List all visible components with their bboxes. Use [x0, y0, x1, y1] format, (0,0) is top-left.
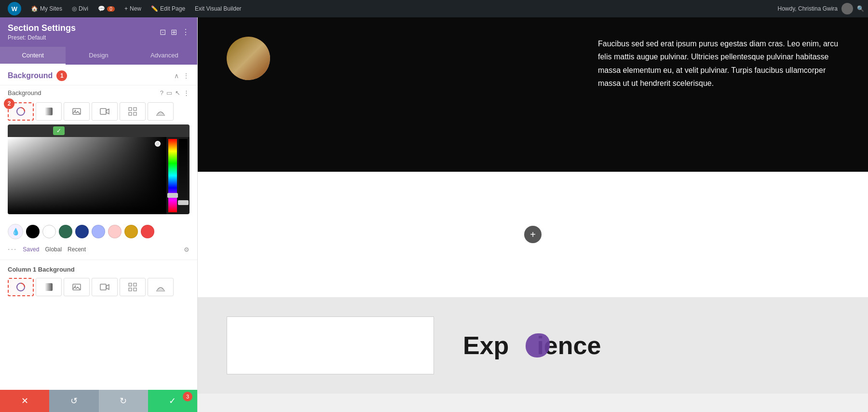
save-button[interactable]: ✓ 3	[148, 390, 197, 412]
redo-icon: ↻	[120, 396, 127, 406]
color-hex-row: ✓	[8, 124, 190, 137]
color-tabs-row: ··· Saved Global Recent ⚙	[0, 243, 197, 258]
edit-page-item[interactable]: ✏️ Edit Page	[147, 0, 189, 17]
divi-item[interactable]: ◎ Divi	[68, 0, 92, 17]
swatch-red[interactable]	[141, 225, 154, 238]
picker-alpha-slider[interactable]	[179, 139, 188, 212]
more-icon[interactable]: ⋮	[183, 89, 190, 96]
gray-section: Exp ience	[198, 297, 868, 394]
new-label: New	[130, 5, 141, 12]
svg-rect-4	[100, 109, 106, 114]
admin-bar: W 🏠 My Sites ◎ Divi 💬 0 + New ✏️ Edit Pa…	[0, 0, 868, 17]
svg-rect-17	[134, 288, 136, 291]
swatch-white[interactable]	[42, 225, 56, 238]
cursor-icon[interactable]: ↖	[175, 89, 180, 96]
col1-video-type-tab[interactable]	[92, 278, 118, 296]
wordpress-icon: W	[8, 2, 21, 15]
col1-mask-type-tab[interactable]	[148, 278, 174, 296]
dots-button[interactable]: ···	[8, 245, 17, 254]
background-row-label: Background	[8, 89, 156, 96]
image-tab-icon	[72, 107, 81, 116]
undo-button[interactable]: ↺	[49, 390, 98, 412]
panel-preset: Preset: Default	[8, 34, 76, 41]
redo-button[interactable]: ↻	[99, 390, 148, 412]
svg-rect-10	[45, 283, 53, 291]
col1-gradient-type-tab[interactable]	[36, 278, 62, 296]
pattern-type-tab[interactable]	[120, 102, 146, 121]
main-area: Section Settings Preset: Default ⊡ ⊞ ⋮ C…	[0, 17, 868, 412]
avatar[interactable]	[841, 3, 853, 14]
swatch-blue[interactable]	[75, 225, 89, 238]
undo-icon: ↺	[70, 396, 78, 406]
picker-hue-slider[interactable]	[168, 139, 177, 212]
swatch-pink[interactable]	[108, 225, 122, 238]
col1-background-title: Column 1 Background	[0, 260, 197, 276]
color-tab-icon	[16, 107, 26, 116]
gradient-type-tab[interactable]	[36, 102, 62, 121]
col1-image-icon	[72, 282, 81, 292]
experience-text: Exp	[463, 331, 509, 360]
cancel-button[interactable]: ✕	[0, 390, 49, 412]
picker-alpha-handle[interactable]	[178, 200, 189, 205]
tab-advanced[interactable]: Advanced	[132, 47, 197, 65]
col1-background-type-tabs	[0, 276, 197, 300]
swatch-gold[interactable]	[124, 225, 138, 238]
col1-pattern-type-tab[interactable]	[120, 278, 146, 296]
exit-builder-item[interactable]: Exit Visual Builder	[191, 0, 245, 17]
wp-logo-item[interactable]: W	[4, 0, 25, 17]
panel-menu-icon[interactable]: ⋮	[182, 27, 190, 37]
edit-page-label: Edit Page	[160, 5, 185, 12]
picker-gradient[interactable]	[8, 137, 166, 214]
video-type-tab[interactable]	[92, 102, 118, 121]
picker-hue-handle[interactable]	[167, 193, 178, 198]
help-icon[interactable]: ?	[160, 89, 163, 96]
tab-design[interactable]: Design	[66, 47, 131, 65]
new-item[interactable]: + New	[121, 0, 145, 17]
swatch-black[interactable]	[26, 225, 40, 238]
purple-blob	[526, 333, 550, 357]
exit-builder-label: Exit Visual Builder	[195, 5, 242, 12]
badge-2: 2	[4, 98, 14, 109]
section-collapse-icon[interactable]: ∧	[174, 72, 179, 80]
col1-image-type-tab[interactable]	[64, 278, 90, 296]
mask-type-tab[interactable]	[148, 102, 174, 121]
device-icon[interactable]: ▭	[166, 89, 172, 96]
svg-rect-16	[129, 288, 132, 291]
eyedropper-button[interactable]: 💧	[8, 224, 23, 239]
panel-header: Section Settings Preset: Default ⊡ ⊞ ⋮	[0, 17, 197, 47]
col1-color-tab-icon	[16, 282, 26, 292]
search-icon[interactable]: 🔍	[857, 5, 864, 12]
col1-color-type-tab[interactable]	[8, 278, 34, 296]
section-menu-icon[interactable]: ⋮	[183, 72, 190, 80]
global-tab[interactable]: Global	[45, 246, 62, 253]
recent-tab[interactable]: Recent	[68, 246, 86, 253]
admin-bar-right: Howdy, Christina Gwira 🔍	[778, 3, 864, 14]
comments-badge: 0	[107, 6, 115, 12]
col1-video-icon	[100, 282, 109, 292]
hex-input[interactable]	[12, 127, 50, 135]
page-content: Faucibus sed sed erat ipsum purus egesta…	[198, 17, 868, 412]
swatch-lavender[interactable]	[92, 225, 105, 238]
background-row: Background ? ▭ ↖ ⋮	[0, 85, 197, 100]
saved-tab[interactable]: Saved	[23, 246, 39, 253]
divi-label: Divi	[79, 5, 88, 12]
svg-rect-6	[134, 108, 136, 110]
edit-icon: ✏️	[151, 5, 158, 12]
comments-item[interactable]: 💬 0	[94, 0, 119, 17]
swatch-green[interactable]	[59, 225, 72, 238]
my-sites-icon: 🏠	[31, 5, 38, 12]
picker-gradient-handle[interactable]	[155, 141, 161, 147]
image-type-tab[interactable]	[64, 102, 90, 121]
panel-tabs: Content Design Advanced	[0, 47, 197, 65]
hex-confirm-button[interactable]: ✓	[53, 126, 65, 135]
color-settings-icon[interactable]: ⚙	[184, 246, 190, 253]
gradient-tab-icon	[44, 107, 54, 116]
col1-mask-icon	[156, 282, 165, 292]
my-sites-item[interactable]: 🏠 My Sites	[27, 0, 66, 17]
panel-expand-icon[interactable]: ⊞	[171, 27, 177, 37]
tab-content[interactable]: Content	[0, 47, 66, 65]
color-swatches: 💧	[0, 220, 197, 243]
right-content: Faucibus sed sed erat ipsum purus egesta…	[198, 17, 868, 412]
add-section-button[interactable]: +	[524, 226, 542, 243]
panel-minimize-icon[interactable]: ⊡	[160, 27, 166, 37]
